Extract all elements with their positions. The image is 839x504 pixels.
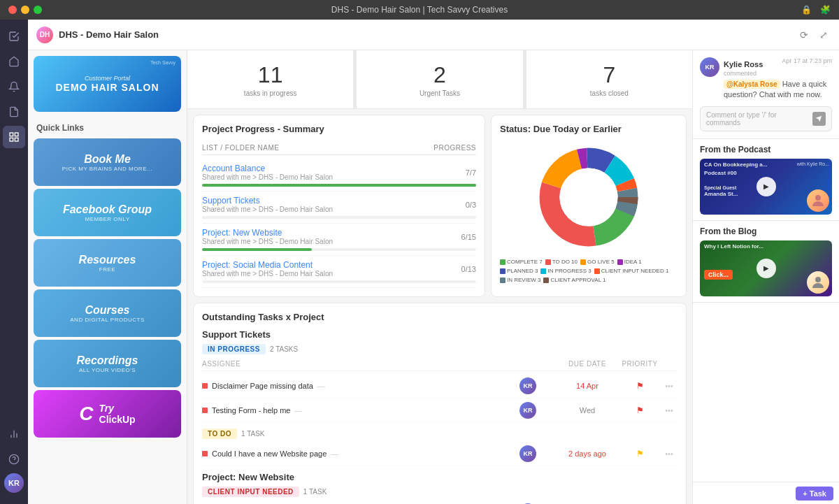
clickup-try-label: Try (99, 403, 136, 414)
user-avatar[interactable]: KR (4, 473, 24, 493)
quick-link-facebook[interactable]: Facebook Group MEMBER ONLY (34, 189, 181, 236)
quick-link-recordings-label: Recordings (76, 354, 138, 367)
project-progress-title: Project Progress - Summary (202, 124, 476, 134)
chat-input-placeholder: Comment or type '/' for commands (706, 111, 808, 127)
task-status-client-input: CLIENT INPUT NEEDED 1 TASK Decide Theme … (202, 487, 677, 504)
progress-name-support-tickets[interactable]: Support Tickets (202, 196, 333, 206)
stat-tasks-in-progress-number: 11 (199, 62, 342, 88)
podcast-host-text: with Kylie Ro... (797, 161, 829, 166)
legend-complete-label: COMPLETE 7 (507, 259, 543, 265)
legend-inreview: IN REVIEW 3 (500, 277, 540, 283)
progress-name-social-media[interactable]: Project: Social Media Content (202, 260, 333, 270)
refresh-icon[interactable]: ⟳ (797, 27, 811, 43)
sidebar-item-analytics[interactable] (3, 423, 25, 445)
task-status-header-client-input: CLIENT INPUT NEEDED 1 TASK (202, 487, 677, 497)
main-layout: Tech Savvy Customer Portal DEMO HAIR SAL… (28, 50, 839, 504)
legend-idea: IDEA 1 (617, 259, 642, 265)
project-progress-panel: Project Progress - Summary LIST / FOLDER… (187, 109, 491, 303)
chat-mention: @Kalysta Rose (724, 80, 780, 89)
blog-cta-button[interactable]: Click... (704, 270, 733, 280)
badge-in-progress: IN PROGRESS (202, 344, 266, 354)
quick-links-header: Quick Links (28, 117, 187, 136)
avatar-kr-website-page: KR (519, 445, 536, 462)
legend-golive-label: GO LIVE 5 (587, 259, 615, 265)
window-icons: 🔒 🧩 (801, 5, 831, 15)
quick-link-clickup[interactable]: C Try ClickUp (34, 390, 181, 438)
task-actions-testing-form[interactable]: ••• (661, 406, 677, 415)
task-due-website-page: 2 days ago (556, 449, 619, 458)
progress-bar-fill (202, 184, 476, 187)
task-status-todo: TO DO 1 TASK Could I have a new Website … (202, 429, 677, 466)
banner-area: Tech Savvy Customer Portal DEMO HAIR SAL… (28, 50, 187, 117)
progress-row-top-website: Project: New Website Shared with me > DH… (202, 228, 476, 245)
chat-name: Kylie Ross (724, 60, 763, 69)
blog-person-icon (810, 274, 826, 291)
quick-link-courses-sub: AND DIGITAL PRODUCTS (70, 317, 144, 323)
sidebar-item-dashboard[interactable] (3, 126, 25, 148)
minimize-button[interactable] (21, 6, 29, 14)
quick-link-courses[interactable]: Courses AND DIGITAL PRODUCTS (34, 289, 181, 337)
progress-bar-support-tickets (202, 216, 476, 219)
legend-clientinput-label: CLIENT INPUT NEEDED 1 (601, 268, 669, 274)
donut-center (559, 168, 617, 226)
app-container: KR DH DHS - Demo Hair Salon ⟳ ⤢ Tech Sav… (0, 20, 839, 504)
th-task: ASSIGNEE (202, 360, 500, 368)
svg-rect-2 (10, 138, 13, 141)
quick-link-book-me[interactable]: Book Me PICK MY BRAINS AND MORE... (34, 138, 181, 186)
expand-icon[interactable]: ⤢ (817, 27, 831, 43)
window-title: DHS - Demo Hair Salon | Tech Savvy Creat… (331, 5, 508, 15)
chart-legend-items: COMPLETE 7 TO DO 10 GO LIVE 5 (500, 259, 677, 283)
legend-clientapproval-label: CLIENT APPROVAL 1 (550, 277, 605, 283)
chat-time: Apr 17 at 7:23 pm (782, 57, 832, 64)
topbar: DH DHS - Demo Hair Salon ⟳ ⤢ (28, 20, 839, 50)
th-due: DUE DATE (556, 360, 619, 368)
progress-sub-social-media: Shared with me > DHS - Demo Hair Salon (202, 270, 333, 278)
legend-golive-dot (580, 259, 586, 265)
sidebar-item-checklist[interactable] (3, 25, 25, 48)
podcast-play-button[interactable]: ▶ (756, 177, 776, 196)
maximize-button[interactable] (34, 6, 42, 14)
progress-row-new-website: Project: New Website Shared with me > DH… (202, 224, 476, 256)
content-sidebar: Tech Savvy Customer Portal DEMO HAIR SAL… (28, 50, 187, 504)
chat-message: KR Kylie Ross commented Apr 17 at 7:23 p… (700, 57, 832, 101)
stat-urgent-tasks-number: 2 (368, 62, 511, 88)
task-name-disclaimer[interactable]: Disclaimer Page missing data — (212, 382, 500, 390)
podcast-thumbnail[interactable]: CA On Bookkeeping a... Podcast #00 Speci… (700, 159, 832, 215)
sidebar-item-notifications[interactable] (3, 75, 25, 98)
task-name-website-page[interactable]: Could I have a new Website page — (212, 449, 500, 458)
chat-text: @Kalysta Rose Have a quick question? Cha… (724, 79, 832, 101)
quick-link-recordings[interactable]: Recordings ALL YOUR VIDEO'S (34, 340, 181, 387)
legend-golive: GO LIVE 5 (580, 259, 615, 265)
banner-tech-text: Tech Savvy (150, 60, 175, 65)
flag-yellow-icon: ⚑ (636, 449, 644, 459)
task-actions-disclaimer[interactable]: ••• (661, 382, 677, 390)
task-group-support-tickets: Support Tickets (202, 329, 677, 340)
blog-play-button[interactable]: ▶ (756, 259, 776, 278)
add-task-button[interactable]: + Task (796, 487, 833, 501)
blog-thumbnail[interactable]: Why I Left Notion for... Click... ▶ (700, 240, 832, 296)
flag-red-icon-2: ⚑ (636, 405, 644, 415)
project-progress-section: Project Progress - Summary LIST / FOLDER… (193, 115, 485, 297)
task-due-disclaimer: 14 Apr (556, 382, 619, 390)
task-actions-website-page[interactable]: ••• (661, 449, 677, 458)
stat-tasks-in-progress: 11 tasks in progress (187, 50, 354, 108)
status-chart-section: Status: Due Today or Earlier (491, 115, 687, 297)
th-priority: PRIORITY (619, 360, 661, 368)
send-button[interactable] (812, 112, 826, 126)
chat-input[interactable]: Comment or type '/' for commands (700, 106, 832, 131)
quick-link-resources-label: Resources (79, 254, 136, 266)
quick-link-resources[interactable]: Resources FREE (34, 239, 181, 287)
legend-inprogress: IN PROGRESS 3 (540, 268, 591, 274)
sidebar-item-home[interactable] (3, 50, 25, 73)
legend-todo-label: TO DO 10 (552, 259, 578, 265)
close-button[interactable] (8, 6, 17, 14)
sidebar-item-help[interactable] (3, 448, 25, 470)
outstanding-tasks-section: Outstanding Tasks x Project Support Tick… (193, 303, 687, 504)
clickup-brand-label: ClickUp (99, 414, 136, 425)
svg-rect-1 (15, 133, 18, 136)
progress-name-new-website[interactable]: Project: New Website (202, 228, 333, 238)
chart-legend: COMPLETE 7 TO DO 10 GO LIVE 5 (500, 259, 677, 283)
sidebar-item-docs[interactable] (3, 101, 25, 123)
progress-name-account-balance[interactable]: Account Balance (202, 164, 333, 173)
task-name-testing-form[interactable]: Testing Form - help me — (212, 406, 500, 415)
